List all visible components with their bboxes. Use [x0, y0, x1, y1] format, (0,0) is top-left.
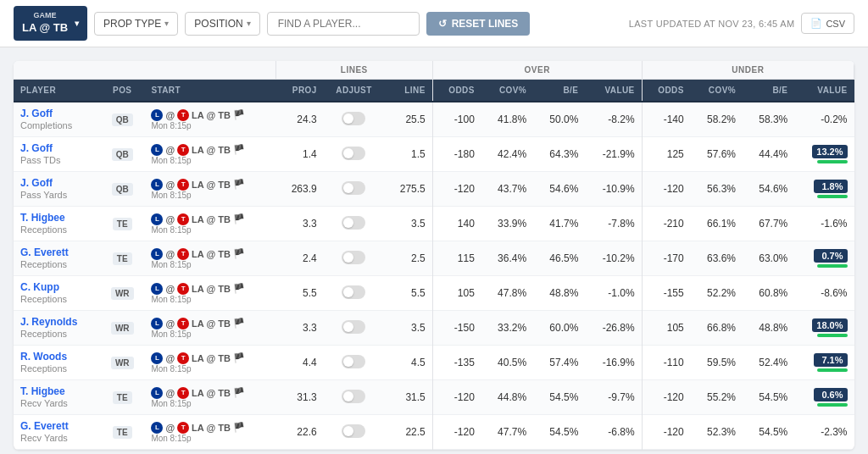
proj-cell: 3.3	[275, 207, 323, 241]
table-row: G. Everett Recv Yards TE L @ T LA @ TB 🏴…	[14, 415, 854, 450]
game-time: Mon 8:15p	[151, 121, 269, 130]
game-matchup-text: LA @ TB	[192, 353, 231, 363]
flag-icon: 🏴	[233, 387, 245, 398]
under-value-cell: 0.6%	[794, 380, 854, 415]
under-be-cell: 60.8%	[743, 276, 794, 311]
csv-export-button[interactable]: 📄 CSV	[801, 13, 854, 34]
player-name[interactable]: J. Goff	[20, 177, 93, 189]
under-be-cell: 54.6%	[743, 172, 794, 207]
at-symbol: @	[165, 145, 175, 155]
at-symbol: @	[165, 214, 175, 224]
proj-cell: 2.4	[275, 241, 323, 276]
start-cell: L @ T LA @ TB 🏴 Mon 8:15p	[144, 137, 275, 172]
csv-label: CSV	[826, 19, 845, 29]
line-cell: 31.5	[384, 380, 432, 415]
game-teams: L @ T LA @ TB 🏴	[151, 387, 269, 399]
game-matchup-text: LA @ TB	[192, 284, 231, 294]
adjust-cell	[324, 380, 385, 415]
col-player: PLAYER	[14, 80, 100, 102]
reset-icon: ↺	[438, 18, 447, 30]
flag-icon: 🏴	[233, 109, 245, 120]
player-name[interactable]: J. Goff	[20, 108, 93, 119]
game-matchup-text: LA @ TB	[192, 180, 231, 190]
position-chevron-icon: ▾	[247, 19, 251, 28]
over-odds-cell: 140	[432, 207, 481, 241]
player-prop: Recv Yards	[20, 398, 68, 408]
player-name[interactable]: J. Goff	[20, 142, 93, 154]
prop-type-filter-button[interactable]: PROP TYPE ▾	[94, 12, 178, 36]
adjust-cell	[324, 137, 385, 172]
adjust-toggle[interactable]	[342, 216, 365, 230]
line-cell: 2.5	[384, 241, 432, 276]
position-filter-button[interactable]: POSITION ▾	[185, 12, 259, 36]
player-prop: Receptions	[20, 294, 67, 304]
player-name[interactable]: T. Higbee	[20, 212, 93, 224]
under-be-cell: 58.3%	[743, 102, 794, 137]
line-cell: 275.5	[384, 172, 432, 207]
game-time: Mon 8:15p	[151, 295, 269, 304]
under-odds-cell: 125	[642, 137, 691, 172]
over-value-cell: -26.8%	[585, 311, 642, 346]
start-cell: L @ T LA @ TB 🏴 Mon 8:15p	[144, 102, 275, 137]
player-name[interactable]: T. Higbee	[20, 385, 93, 397]
col-line: LINE	[384, 80, 432, 102]
col-under-value: VALUE	[794, 80, 854, 102]
under-odds-cell: -140	[642, 102, 691, 137]
pos-cell: QB	[100, 102, 144, 137]
col-under-cov: COV%	[691, 80, 743, 102]
adjust-toggle[interactable]	[342, 320, 365, 334]
find-player-input[interactable]	[267, 12, 420, 36]
la-logo: L	[151, 144, 163, 156]
under-odds-cell: -210	[642, 207, 691, 241]
player-cell: J. Reynolds Receptions	[14, 311, 100, 346]
player-cell: T. Higbee Recv Yards	[14, 380, 100, 415]
col-start: START	[144, 80, 275, 102]
player-name[interactable]: J. Reynolds	[20, 316, 93, 328]
line-cell: 1.5	[384, 137, 432, 172]
player-name[interactable]: G. Everett	[20, 246, 93, 258]
adjust-toggle[interactable]	[342, 147, 365, 160]
line-cell: 5.5	[384, 276, 432, 311]
adjust-toggle[interactable]	[342, 424, 365, 438]
pos-cell: QB	[100, 172, 144, 207]
adjust-cell	[324, 311, 385, 346]
reset-lines-button[interactable]: ↺ RESET LINES	[426, 12, 531, 36]
line-cell: 25.5	[384, 102, 432, 137]
under-odds-cell: -155	[642, 276, 691, 311]
prop-type-label: PROP TYPE	[103, 18, 161, 30]
player-name[interactable]: G. Everett	[20, 420, 93, 432]
proj-cell: 22.6	[275, 415, 323, 450]
table-container: LINES OVER UNDER PLAYER POS START PROJ A…	[0, 47, 868, 454]
player-cell: C. Kupp Receptions	[14, 276, 100, 311]
adjust-toggle[interactable]	[342, 285, 365, 299]
player-prop: Pass TDs	[20, 155, 60, 165]
adjust-toggle[interactable]	[342, 251, 365, 264]
over-odds-cell: 115	[432, 241, 481, 276]
prop-type-chevron-icon: ▾	[164, 19, 169, 28]
adjust-toggle[interactable]	[342, 355, 365, 368]
adjust-toggle[interactable]	[342, 181, 365, 195]
col-proj: PROJ	[275, 80, 323, 102]
tb-logo: T	[177, 109, 189, 121]
tb-logo: T	[177, 179, 189, 191]
adjust-cell	[324, 207, 385, 241]
at-symbol: @	[165, 388, 175, 398]
col-under-odds: ODDS	[642, 80, 691, 102]
game-selector-button[interactable]: GAME LA @ TB ▾	[14, 6, 87, 41]
flag-icon: 🏴	[233, 352, 245, 363]
at-symbol: @	[165, 284, 175, 294]
adjust-toggle[interactable]	[342, 112, 365, 125]
over-be-cell: 54.6%	[533, 172, 585, 207]
la-logo: L	[151, 318, 163, 329]
la-logo: L	[151, 248, 163, 260]
player-name[interactable]: R. Woods	[20, 351, 93, 363]
player-name[interactable]: C. Kupp	[20, 281, 93, 293]
adjust-toggle[interactable]	[342, 390, 365, 403]
adjust-cell	[324, 241, 385, 276]
over-value-cell: -9.7%	[585, 380, 642, 415]
pos-cell: TE	[100, 415, 144, 450]
player-prop: Receptions	[20, 329, 67, 339]
over-cov-cell: 36.4%	[481, 241, 533, 276]
at-symbol: @	[165, 423, 175, 433]
over-cov-cell: 47.8%	[481, 276, 533, 311]
